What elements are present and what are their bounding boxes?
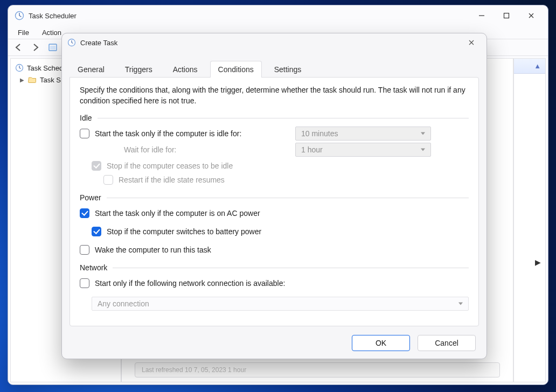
chevron-right-icon[interactable]: ▶ bbox=[535, 258, 541, 267]
clock-icon bbox=[67, 38, 76, 47]
combo-wait-time[interactable]: 1 hour bbox=[295, 143, 431, 157]
row-wait-idle: Wait for idle for: 1 hour bbox=[80, 143, 469, 157]
row-net-connection: Any connection bbox=[80, 297, 469, 311]
window-title: Task Scheduler bbox=[29, 12, 77, 20]
titlebar: Task Scheduler bbox=[8, 5, 548, 26]
label-wake: Wake the computer to run this task bbox=[95, 246, 211, 254]
checkbox-stop-not-idle bbox=[92, 161, 101, 171]
label-start-only-idle: Start the task only if the computer is i… bbox=[95, 129, 241, 138]
tab-settings[interactable]: Settings bbox=[266, 61, 310, 78]
checkbox-start-ac[interactable] bbox=[80, 208, 89, 218]
row-start-ac: Start the task only if the computer is o… bbox=[80, 206, 469, 220]
status-strip: Last refreshed 10 7, 05, 2023 1 hour bbox=[135, 362, 500, 377]
create-task-dialog: Create Task General Triggers Actions Con… bbox=[61, 33, 487, 359]
chevron-right-icon[interactable]: ▶ bbox=[19, 77, 25, 83]
ok-button[interactable]: OK bbox=[352, 335, 410, 351]
tab-actions[interactable]: Actions bbox=[165, 61, 206, 78]
tree-root-label: Task Sched bbox=[27, 64, 63, 72]
cancel-button[interactable]: Cancel bbox=[418, 335, 476, 351]
dialog-titlebar: Create Task bbox=[62, 33, 486, 52]
close-button[interactable] bbox=[519, 8, 544, 24]
menu-file[interactable]: File bbox=[12, 27, 34, 38]
group-power-title: Power bbox=[80, 193, 101, 202]
minimize-button[interactable] bbox=[469, 8, 494, 24]
actions-pane: ▲ ▶ bbox=[513, 58, 546, 382]
clock-icon bbox=[15, 11, 24, 20]
dialog-footer: OK Cancel bbox=[62, 333, 486, 359]
label-wait-idle: Wait for idle for: bbox=[124, 145, 177, 154]
clock-icon bbox=[15, 64, 24, 72]
svg-rect-3 bbox=[50, 46, 55, 50]
combo-idle-time[interactable]: 10 minutes bbox=[295, 127, 431, 141]
checkbox-wake[interactable] bbox=[80, 245, 89, 255]
tab-strip: General Triggers Actions Conditions Sett… bbox=[62, 60, 486, 77]
group-idle: Idle bbox=[80, 114, 469, 122]
group-idle-title: Idle bbox=[80, 114, 92, 122]
tree-child-label: Task S bbox=[40, 76, 61, 84]
checkbox-stop-battery[interactable] bbox=[92, 227, 101, 236]
dialog-close-button[interactable] bbox=[462, 36, 481, 50]
dialog-title: Create Task bbox=[80, 39, 117, 47]
label-start-net: Start only if the following network conn… bbox=[95, 279, 285, 288]
conditions-panel: Specify the conditions that, along with … bbox=[70, 77, 479, 326]
svg-rect-1 bbox=[504, 13, 509, 18]
row-restart-idle: Restart if the idle state resumes bbox=[80, 173, 469, 187]
tab-triggers[interactable]: Triggers bbox=[117, 61, 161, 78]
group-network-title: Network bbox=[80, 263, 107, 272]
label-stop-battery: Stop if the computer switches to battery… bbox=[107, 227, 261, 236]
group-network: Network bbox=[80, 263, 469, 272]
tab-general[interactable]: General bbox=[70, 61, 113, 78]
row-stop-not-idle: Stop if the computer ceases to be idle bbox=[80, 159, 469, 173]
conditions-intro: Specify the conditions that, along with … bbox=[80, 85, 469, 106]
checkbox-start-net[interactable] bbox=[80, 278, 89, 288]
tab-conditions[interactable]: Conditions bbox=[210, 61, 262, 78]
row-start-only-idle: Start the task only if the computer is i… bbox=[80, 127, 469, 141]
group-power: Power bbox=[80, 193, 469, 202]
label-restart-idle: Restart if the idle state resumes bbox=[119, 176, 225, 184]
label-start-ac: Start the task only if the computer is o… bbox=[95, 209, 260, 218]
back-button[interactable] bbox=[11, 40, 25, 54]
checkbox-start-only-idle[interactable] bbox=[80, 129, 89, 138]
label-stop-not-idle: Stop if the computer ceases to be idle bbox=[107, 162, 233, 170]
row-wake: Wake the computer to run this task bbox=[80, 243, 469, 257]
forward-button[interactable] bbox=[29, 40, 43, 54]
row-start-net: Start only if the following network conn… bbox=[80, 276, 469, 290]
checkbox-restart-idle bbox=[103, 175, 113, 185]
maximize-button[interactable] bbox=[494, 8, 519, 24]
folder-icon bbox=[28, 75, 37, 84]
chevron-up-icon[interactable]: ▲ bbox=[534, 62, 541, 70]
combo-network-connection[interactable]: Any connection bbox=[92, 297, 469, 311]
up-button[interactable] bbox=[46, 40, 60, 54]
row-stop-battery: Stop if the computer switches to battery… bbox=[80, 225, 469, 239]
